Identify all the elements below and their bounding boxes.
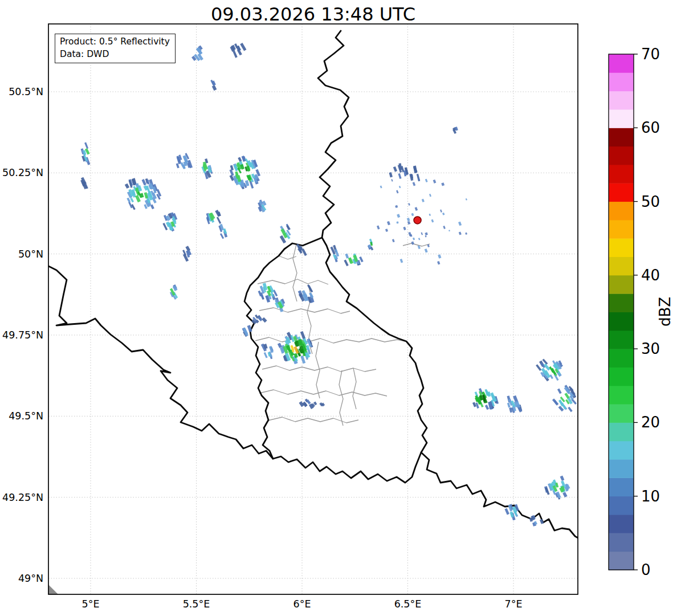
colorbar-segment [609,331,634,349]
echo-cell [536,364,541,371]
echo-cluster [552,385,577,412]
echo-cell [389,172,393,177]
clutter-cell [396,221,398,223]
y-tick-label: 49.5°N [9,410,43,422]
clutter-cell [425,232,428,235]
colorbar-segment [609,496,634,515]
echo-cluster [529,515,544,527]
map-frame [48,24,578,594]
echo-cluster [206,210,222,224]
colorbar-segment [609,54,634,73]
colorbar-segment [609,459,634,478]
colorbar-tick-label: 20 [641,414,660,431]
x-tick-label: 6°E [293,598,311,610]
clutter-cell [421,232,423,235]
radar-figure: 5°E5.5°E6°E6.5°E7°E 50.5°N50.25°N50°N49.… [0,0,685,616]
product-info-box: Product: 0.5° Reflectivity Data: DWD [55,34,176,63]
echo-cluster [258,283,278,303]
clutter-cell [437,261,440,265]
clutter-cell [429,214,431,216]
echo-cell [472,402,476,407]
echo-cluster [261,344,274,360]
echo-cell [557,389,562,394]
echo-cluster [278,331,313,364]
clutter-cell [400,259,403,263]
colorbar-segment [609,183,634,202]
clutter-cell [431,219,434,223]
clutter-cell [459,232,462,235]
echo-cell [393,166,397,172]
colorbar-segment [609,72,634,91]
echo-cluster [299,399,311,407]
clutter-cell [442,213,445,215]
echo-cell [345,254,349,259]
echo-cell [348,257,353,264]
colorbar-tick-label: 50 [641,193,660,210]
clutter-cell [387,221,390,225]
echo-cluster [182,246,191,262]
echo-cell [217,217,221,224]
colorbar-segment [609,91,634,110]
colorbar-segment [609,515,634,533]
clutter-cell [429,194,431,197]
colorbar-segment [609,238,634,257]
clutter-cell [403,227,406,230]
x-tick-label: 5.5°E [183,598,210,610]
clutter-cell [391,179,393,182]
echo-cell [212,85,217,91]
figure-title: 09.03.2026 13:48 UTC [48,3,578,25]
radar-echoes [80,43,577,527]
echo-cell [233,51,238,58]
clutter-cell [422,199,425,202]
echo-cluster [507,395,522,413]
colorbar-segment [609,552,634,570]
colorbar-segment [609,441,634,460]
echo-cell [562,492,567,497]
clutter-cell [399,186,401,188]
radar-site-marker [414,217,421,224]
echo-cluster [229,156,260,189]
border-belgium-germany-luxembourg-east [318,31,579,539]
clutter-cell [415,207,418,211]
colorbar-tick-label: 10 [641,488,660,505]
colorbar-tick-label: 70 [641,46,660,63]
clutter-cell [440,210,442,213]
clutter-cell [448,230,450,231]
colorbar-segment [609,404,634,423]
clutter-cell [413,238,415,240]
echo-cluster [330,245,339,262]
clutter-cell [465,232,467,235]
colorbar-segment [609,128,634,146]
echo-cluster [544,475,570,499]
echo-cell [568,407,572,413]
clutter-cell [433,180,437,183]
colorbar-segment [609,293,634,312]
y-tick-label: 50°N [18,248,43,260]
product-line: Product: 0.5° Reflectivity [60,36,170,48]
echo-cell [485,405,489,410]
colorbar-segment [609,165,634,183]
colorbar-segment [609,146,634,165]
colorbar-segment [609,478,634,496]
map-corner-wedge [48,585,58,594]
echo-cluster [389,163,421,181]
echo-cell [504,508,509,515]
colorbar-segment [609,386,634,405]
echo-cell [150,205,154,210]
echo-cluster [125,178,161,210]
colorbar-segment [609,367,634,386]
echo-cluster [344,254,363,267]
clutter-cell [427,244,430,247]
echo-cluster [162,213,177,232]
clutter-cell [380,185,382,188]
clutter-cell [385,229,388,232]
colorbar-tick-label: 40 [641,267,660,284]
echo-cell [264,352,268,358]
clutter-cell [458,222,462,226]
echo-cluster [201,158,213,179]
echo-cluster [191,46,203,62]
echo-cluster [176,153,193,169]
echo-cluster [251,315,267,324]
echo-cluster [280,224,291,244]
echo-cluster [472,388,499,410]
